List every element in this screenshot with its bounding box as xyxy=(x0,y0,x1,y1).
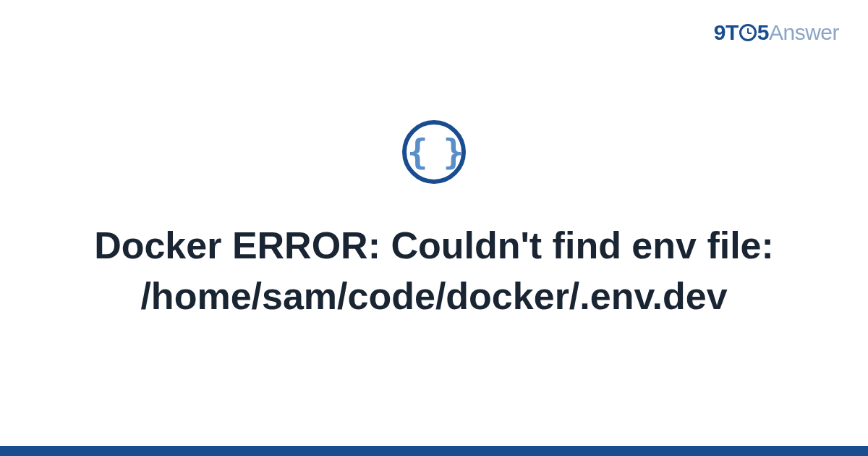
braces-icon-circle: { } xyxy=(402,120,466,184)
page-title: Docker ERROR: Couldn't find env file: /h… xyxy=(43,220,825,321)
footer-accent-bar xyxy=(0,446,868,456)
braces-icon: { } xyxy=(407,135,461,169)
main-content: { } Docker ERROR: Couldn't find env file… xyxy=(0,0,868,456)
